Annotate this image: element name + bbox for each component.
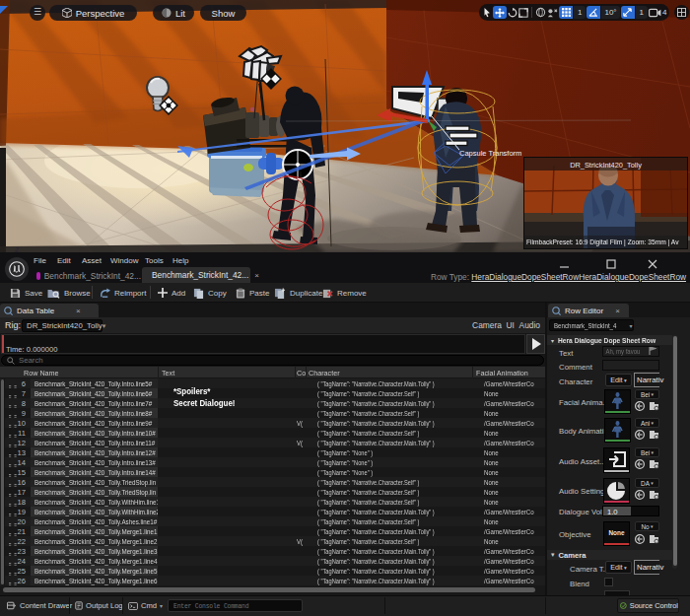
svg-text:Capsule Transform: Capsule Transform xyxy=(459,149,521,158)
